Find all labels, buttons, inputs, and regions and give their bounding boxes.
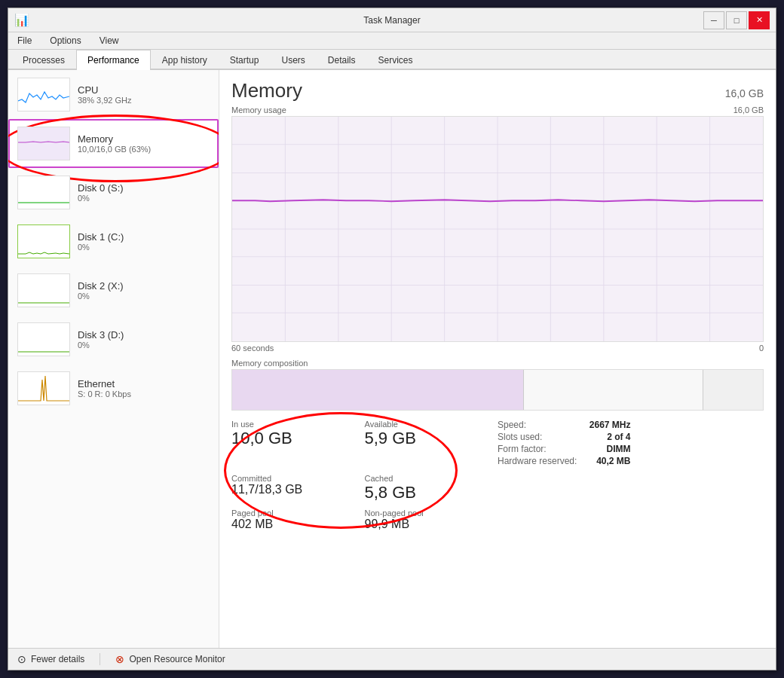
inuse-value: 10,0 GB [231, 429, 365, 448]
sidebar-item-disk1[interactable]: Disk 1 (C:) 0% [8, 217, 219, 266]
disk3-value: 0% [78, 341, 210, 350]
composition-label: Memory composition [231, 359, 764, 368]
chart-time-end: 0 [759, 344, 764, 353]
main-content: CPU 38% 3,92 GHz Memory 10,0/16,0 GB (63… [8, 70, 776, 648]
ethernet-value: S: 0 R: 0 Kbps [78, 389, 210, 399]
tab-bar: Processes Performance App history Startu… [8, 50, 776, 70]
menu-file[interactable]: File [11, 34, 38, 47]
task-manager-window: 📊 Task Manager ─ □ ✕ File Options View P… [8, 8, 776, 670]
sidebar-item-ethernet[interactable]: Ethernet S: 0 R: 0 Kbps [8, 364, 219, 413]
available-label: Available [365, 420, 498, 429]
disk3-info: Disk 3 (D:) 0% [78, 329, 210, 350]
tab-details[interactable]: Details [317, 50, 367, 70]
fewer-details-button[interactable]: ⊙ Fewer details [17, 653, 84, 665]
hw-value: 40,2 MB [596, 456, 630, 466]
fewer-details-icon: ⊙ [17, 653, 26, 665]
close-button[interactable]: ✕ [749, 11, 770, 29]
menu-view[interactable]: View [93, 34, 125, 47]
non-paged-label: Non-paged pool [365, 508, 498, 518]
form-value: DIMM [607, 444, 631, 454]
fewer-details-label: Fewer details [31, 654, 84, 664]
chart-max: 16,0 GB [733, 105, 764, 115]
svg-rect-4 [18, 274, 69, 307]
tab-users[interactable]: Users [270, 50, 316, 70]
open-resource-monitor-button[interactable]: ⊗ Open Resource Monitor [115, 653, 225, 665]
app-icon: 📊 [14, 13, 29, 27]
committed-label: Committed [231, 474, 365, 483]
sidebar-item-cpu[interactable]: CPU 38% 3,92 GHz [8, 70, 219, 119]
stat-cached: Cached 5,8 GB [365, 474, 498, 502]
ethernet-info: Ethernet S: 0 R: 0 Kbps [78, 378, 210, 399]
disk1-thumbnail [17, 224, 70, 258]
bottom-divider [100, 653, 100, 665]
paged-grid: Paged pool 402 MB Non-paged pool 99,9 MB [231, 508, 498, 531]
speed-label: Speed: [498, 420, 526, 430]
memory-chart [231, 116, 764, 342]
inuse-label: In use [231, 420, 365, 429]
menu-options[interactable]: Options [44, 34, 87, 47]
paged-pool-label: Paged pool [231, 508, 365, 518]
sidebar-item-disk2[interactable]: Disk 2 (X:) 0% [8, 266, 219, 315]
disk0-name: Disk 0 (S:) [78, 182, 210, 194]
svg-rect-1 [18, 127, 69, 160]
disk0-value: 0% [78, 194, 210, 203]
sidebar: CPU 38% 3,92 GHz Memory 10,0/16,0 GB (63… [8, 70, 219, 648]
chart-time-row: 60 seconds 0 [231, 344, 764, 353]
ethernet-thumbnail [17, 371, 70, 405]
comp-other [703, 370, 763, 410]
disk3-thumbnail [17, 322, 70, 356]
hw-label: Hardware reserved: [498, 456, 577, 466]
disk0-thumbnail [17, 176, 70, 209]
resource-monitor-icon: ⊗ [115, 653, 124, 665]
content-area: Memory 16,0 GB Memory usage 16,0 GB [219, 70, 776, 648]
total-gb: 16,0 GB [725, 87, 764, 99]
tab-startup[interactable]: Startup [219, 50, 271, 70]
tab-performance[interactable]: Performance [76, 50, 151, 70]
paged-pool-block: Paged pool 402 MB [231, 508, 365, 531]
tab-processes[interactable]: Processes [11, 50, 76, 70]
title-bar: 📊 Task Manager ─ □ ✕ [8, 8, 776, 32]
maximize-button[interactable]: □ [726, 11, 747, 29]
disk1-value: 0% [78, 243, 210, 252]
committed-value: 11,7/18,3 GB [231, 483, 365, 496]
composition-bar [231, 369, 764, 411]
slots-value: 2 of 4 [607, 432, 630, 442]
chart-label: Memory usage [231, 105, 286, 115]
disk2-info: Disk 2 (X:) 0% [78, 280, 210, 301]
disk0-info: Disk 0 (S:) 0% [78, 182, 210, 203]
disk2-thumbnail [17, 273, 70, 307]
hw-row: Hardware reserved: 40,2 MB [498, 456, 631, 466]
minimize-button[interactable]: ─ [703, 11, 724, 29]
stat-available: Available 5,9 GB [365, 420, 498, 468]
disk2-value: 0% [78, 292, 210, 301]
content-title: Memory [231, 79, 302, 102]
open-monitor-label: Open Resource Monitor [129, 654, 225, 664]
sidebar-item-disk3[interactable]: Disk 3 (D:) 0% [8, 315, 219, 364]
bottom-bar: ⊙ Fewer details ⊗ Open Resource Monitor [8, 648, 776, 670]
slots-row: Slots used: 2 of 4 [498, 432, 631, 442]
cached-value: 5,8 GB [365, 483, 498, 502]
memory-info: Memory 10,0/16,0 GB (63%) [78, 133, 210, 154]
memory-name: Memory [78, 133, 210, 145]
sidebar-item-disk0[interactable]: Disk 0 (S:) 0% [8, 168, 219, 217]
disk2-name: Disk 2 (X:) [78, 280, 210, 292]
disk3-name: Disk 3 (D:) [78, 329, 210, 341]
svg-rect-0 [18, 78, 69, 111]
disk1-name: Disk 1 (C:) [78, 231, 210, 243]
tab-services[interactable]: Services [367, 50, 424, 70]
non-paged-block: Non-paged pool 99,9 MB [365, 508, 498, 531]
stats-grid: In use 10,0 GB Available 5,9 GB Speed: 2… [231, 420, 764, 468]
comp-inuse [232, 370, 524, 410]
chart-time-start: 60 seconds [231, 344, 274, 353]
form-row: Form factor: DIMM [498, 444, 631, 454]
title-bar-left: 📊 [14, 13, 29, 27]
form-label: Form factor: [498, 444, 547, 454]
comp-empty [524, 370, 703, 410]
ethernet-name: Ethernet [78, 378, 210, 389]
sidebar-item-memory[interactable]: Memory 10,0/16,0 GB (63%) [8, 119, 219, 168]
memory-value: 10,0/16,0 GB (63%) [78, 145, 210, 154]
stat-inuse: In use 10,0 GB [231, 420, 365, 468]
tab-app-history[interactable]: App history [151, 50, 219, 70]
svg-rect-5 [18, 323, 69, 356]
non-paged-value: 99,9 MB [365, 518, 498, 531]
